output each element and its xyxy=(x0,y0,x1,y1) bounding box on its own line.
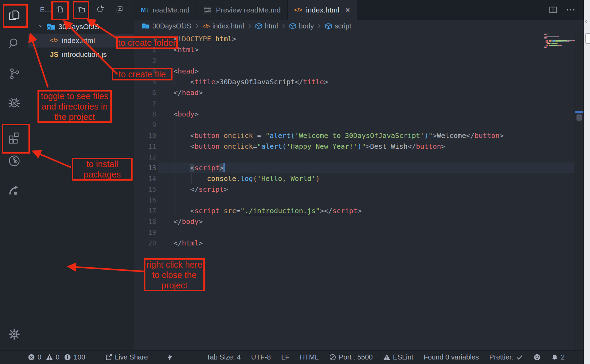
line-number: 20 xyxy=(134,238,156,249)
code-line-11[interactable]: 11 <button onclick="alert('Happy New Yea… xyxy=(134,141,584,152)
tree-item-introduction.js[interactable]: JSintroduction.js xyxy=(28,47,134,61)
html-file-icon: </> xyxy=(294,7,302,13)
line-number: 5 xyxy=(134,77,156,87)
activity-item-source-control[interactable] xyxy=(0,62,28,87)
tab-label: Preview readMe.md xyxy=(216,6,281,14)
code-line-15[interactable]: 15 </script> xyxy=(134,184,584,195)
explorer-title: E… xyxy=(40,6,51,14)
code-line-10[interactable]: 10 <button onclick = "alert('Welcome to … xyxy=(134,130,584,141)
preview-icon xyxy=(203,6,212,15)
code-line-1[interactable]: 1<!DOCTYPE html> xyxy=(134,34,584,44)
scrollbar-cursor-marker xyxy=(575,111,583,113)
status-item-smiley[interactable] xyxy=(533,354,541,361)
line-number: 7 xyxy=(134,98,156,109)
status-item-utf-8[interactable]: UTF-8 xyxy=(251,353,271,361)
code-text: console.log('Hello, World') xyxy=(174,173,320,184)
status-item-lightning[interactable] xyxy=(166,354,174,361)
code-line-16[interactable]: 16 xyxy=(134,195,584,206)
breadcrumb-separator xyxy=(281,24,286,28)
strip-button[interactable] xyxy=(585,33,590,44)
scrollbar-thumb[interactable] xyxy=(576,114,582,121)
code-line-7[interactable]: 7 xyxy=(134,98,584,109)
status-item-0[interactable]: 0 xyxy=(28,353,41,361)
breadcrumb-item-script[interactable]: script xyxy=(325,22,351,30)
minimap[interactable] xyxy=(544,34,574,54)
breadcrumb-label: script xyxy=(335,22,351,30)
breadcrumb-item-body[interactable]: body xyxy=(289,22,314,30)
chevron-left-icon[interactable]: ‹ xyxy=(585,17,587,26)
minimap-line xyxy=(567,41,569,42)
status-item-found-0-variables[interactable]: Found 0 variables xyxy=(424,353,479,361)
tab-bar-spacer xyxy=(357,0,549,20)
status-bar: 00100Live Share Tab Size: 4UTF-8LFHTMLPo… xyxy=(0,350,584,364)
breadcrumb-item-30DaysOfJS[interactable]: 30DaysOfJS xyxy=(142,22,191,30)
debug-icon xyxy=(8,96,21,111)
minimap-line xyxy=(549,41,551,42)
breadcrumb-item-index.html[interactable]: </>index.html xyxy=(202,22,244,30)
status-item-0[interactable]: 0 xyxy=(46,353,59,361)
tree-item-index.html[interactable]: </>index.html xyxy=(28,34,134,47)
minimap-line xyxy=(555,41,561,42)
tab-Preview readMe.md[interactable]: Preview readMe.md xyxy=(196,0,288,20)
line-number: 9 xyxy=(134,120,156,130)
line-number: 6 xyxy=(134,87,156,98)
tree-item-label: index.html xyxy=(62,36,95,45)
code-line-13[interactable]: 13 <script> xyxy=(134,163,584,173)
activity-item-sync-circle[interactable] xyxy=(0,149,28,174)
code-line-12[interactable]: 12 xyxy=(134,152,584,163)
code-line-5[interactable]: 5 <title>30DaysOfJavaScript</title> xyxy=(134,77,584,87)
activity-item-debug[interactable] xyxy=(0,91,28,115)
code-line-2[interactable]: 2<html> xyxy=(134,44,584,55)
code-line-20[interactable]: 20</html> xyxy=(134,238,584,249)
code-line-19[interactable]: 19 xyxy=(134,227,584,238)
status-item-tab-size-4[interactable]: Tab Size: 4 xyxy=(206,353,241,361)
js-file-icon: JS xyxy=(49,51,59,59)
close-icon[interactable]: × xyxy=(343,5,350,15)
tab-index.html[interactable]: </>index.html× xyxy=(288,0,357,20)
code-editor[interactable]: 1<!DOCTYPE html>2<html>34<head>5 <title>… xyxy=(134,32,584,350)
line-number: 4 xyxy=(134,66,156,77)
code-line-17[interactable]: 17 <script src="./introduction.js"></scr… xyxy=(134,206,584,216)
collapse-all-button[interactable] xyxy=(112,2,127,18)
code-line-3[interactable]: 3 xyxy=(134,55,584,66)
code-line-6[interactable]: 6</head> xyxy=(134,87,584,98)
code-line-14[interactable]: 14 console.log('Hello, World') xyxy=(134,173,584,184)
code-text: <body> xyxy=(174,109,199,120)
files-icon xyxy=(8,9,21,23)
tree-root-folder[interactable]: 30DaysOfJS xyxy=(28,20,134,34)
status-item-100[interactable]: 100 xyxy=(64,353,85,361)
status-item-prettier-[interactable]: Prettier: xyxy=(489,353,523,361)
tree-indent-guide xyxy=(39,34,39,61)
code-line-18[interactable]: 18</body> xyxy=(134,216,584,227)
new-file-icon xyxy=(55,5,64,15)
minimap-line xyxy=(548,34,549,34)
breadcrumb-label: index.html xyxy=(212,22,244,30)
activity-item-search[interactable] xyxy=(0,32,28,57)
new-folder-button[interactable] xyxy=(73,2,88,18)
activity-item-files[interactable] xyxy=(0,4,28,28)
status-item-html[interactable]: HTML xyxy=(300,353,319,361)
code-line-4[interactable]: 4<head> xyxy=(134,66,584,77)
activity-item-extensions[interactable] xyxy=(0,126,28,150)
code-line-8[interactable]: 8<body> xyxy=(134,109,584,120)
status-item-label: UTF-8 xyxy=(251,353,271,361)
refresh-button[interactable] xyxy=(92,2,108,18)
more-actions-icon[interactable]: ⋯ xyxy=(566,5,576,15)
minimap-line xyxy=(569,41,570,42)
smiley-icon xyxy=(533,354,541,361)
explorer-sidebar: E… 30DaysOfJS</>index.htmlJSintroduction… xyxy=(28,0,134,350)
activity-item-settings[interactable] xyxy=(0,323,28,347)
status-item-port-5500[interactable]: Port : 5500 xyxy=(329,353,373,361)
code-line-9[interactable]: 9 xyxy=(134,120,584,130)
status-item-live-share[interactable]: Live Share xyxy=(105,353,148,361)
status-item-2[interactable]: 2 xyxy=(551,353,565,361)
breadcrumb-item-html[interactable]: html xyxy=(255,22,278,30)
editor-scrollbar-track[interactable] xyxy=(574,33,584,350)
tab-readMe.md[interactable]: M↓readMe.md xyxy=(134,0,196,20)
new-file-button[interactable] xyxy=(52,2,67,18)
status-item-lf[interactable]: LF xyxy=(281,353,289,361)
split-editor-icon[interactable] xyxy=(548,5,558,15)
minimap-line xyxy=(548,36,555,37)
activity-item-share[interactable] xyxy=(0,179,28,203)
status-item-eslint[interactable]: ESLint xyxy=(383,353,413,361)
